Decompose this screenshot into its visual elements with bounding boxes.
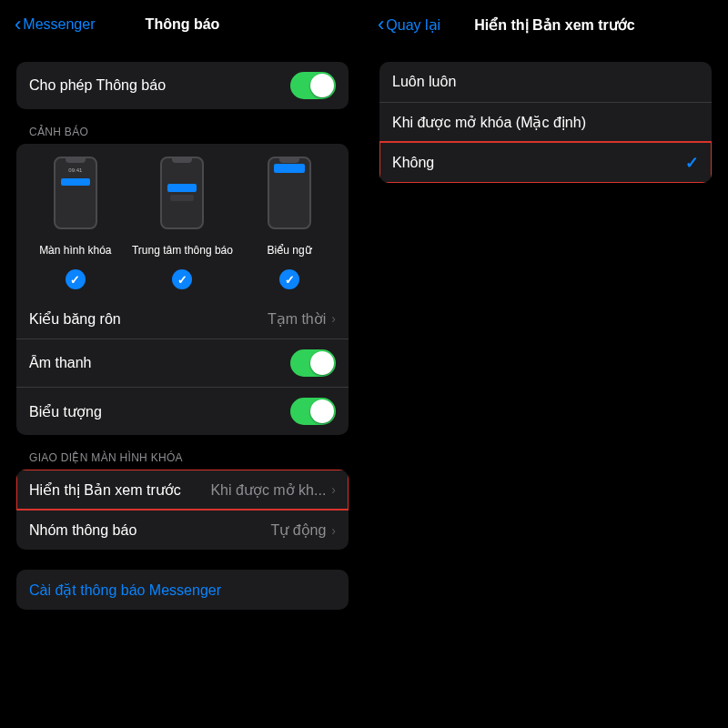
badges-row[interactable]: Biểu tượng bbox=[16, 387, 349, 435]
sounds-toggle[interactable] bbox=[290, 349, 336, 377]
navbar: ‹ Quay lại Hiển thị Bản xem trước bbox=[367, 4, 724, 44]
preview-option-when-unlocked[interactable]: Khi được mở khóa (Mặc định) bbox=[379, 102, 712, 142]
notification-grouping-row[interactable]: Nhóm thông báo Tự động › bbox=[16, 510, 349, 550]
back-label: Quay lại bbox=[386, 16, 440, 34]
back-label: Messenger bbox=[23, 16, 95, 33]
alerts-group: 09:41 Màn hình khóa ✓ Trung tâm thông bá… bbox=[16, 144, 349, 435]
messenger-settings-row[interactable]: Cài đặt thông báo Messenger bbox=[16, 570, 349, 610]
back-button[interactable]: ‹ Quay lại bbox=[378, 15, 440, 35]
notification-center-preview-icon bbox=[160, 157, 204, 229]
allow-notifications-row[interactable]: Cho phép Thông báo bbox=[16, 62, 349, 109]
alerts-header: CẢNH BÁO bbox=[16, 109, 349, 144]
messenger-settings-group: Cài đặt thông báo Messenger bbox=[16, 570, 349, 610]
chevron-left-icon: ‹ bbox=[15, 15, 21, 35]
navbar: ‹ Messenger Thông báo bbox=[4, 4, 361, 44]
alert-option-lock-screen[interactable]: 09:41 Màn hình khóa ✓ bbox=[23, 157, 128, 289]
row-label: Hiển thị Bản xem trước bbox=[29, 481, 203, 499]
preview-option-never[interactable]: Không ✓ bbox=[379, 142, 712, 183]
right-phone-screen: ‹ Quay lại Hiển thị Bản xem trước Luôn l… bbox=[367, 4, 724, 724]
lock-appearance-header: GIAO DIỆN MÀN HÌNH KHÓA bbox=[16, 435, 349, 470]
option-label: Khi được mở khóa (Mặc định) bbox=[392, 114, 699, 131]
lock-appearance-group: Hiển thị Bản xem trước Khi được mở kh...… bbox=[16, 470, 349, 550]
alert-option-label: Màn hình khóa bbox=[39, 237, 111, 264]
alert-option-label: Trung tâm thông báo bbox=[132, 237, 233, 264]
alert-option-notification-center[interactable]: Trung tâm thông báo ✓ bbox=[129, 157, 235, 289]
lock-screen-preview-icon: 09:41 bbox=[54, 157, 97, 229]
option-label: Luôn luôn bbox=[392, 74, 699, 90]
allow-label: Cho phép Thông báo bbox=[29, 77, 290, 94]
check-circle-icon: ✓ bbox=[66, 269, 86, 289]
chevron-left-icon: ‹ bbox=[378, 15, 384, 35]
chevron-right-icon: › bbox=[331, 482, 336, 497]
row-value: Tự động bbox=[270, 521, 326, 539]
alert-style-picker: 09:41 Màn hình khóa ✓ Trung tâm thông bá… bbox=[16, 144, 349, 298]
row-value: Khi được mở kh... bbox=[210, 481, 326, 499]
alert-option-banners[interactable]: Biểu ngữ ✓ bbox=[237, 157, 342, 289]
badges-toggle[interactable] bbox=[290, 398, 336, 425]
row-label: Biểu tượng bbox=[29, 403, 290, 420]
chevron-right-icon: › bbox=[331, 523, 336, 538]
chevron-right-icon: › bbox=[331, 311, 336, 326]
content-scroll[interactable]: Cho phép Thông báo CẢNH BÁO 09:41 Màn hì… bbox=[4, 44, 361, 724]
back-button[interactable]: ‹ Messenger bbox=[15, 15, 95, 35]
checkmark-icon: ✓ bbox=[685, 153, 699, 173]
check-circle-icon: ✓ bbox=[172, 269, 192, 289]
row-label: Nhóm thông báo bbox=[29, 522, 263, 539]
allow-notifications-group: Cho phép Thông báo bbox=[16, 62, 349, 109]
alert-option-label: Biểu ngữ bbox=[268, 237, 312, 264]
row-value: Tạm thời bbox=[268, 310, 326, 328]
banner-style-row[interactable]: Kiểu băng rôn Tạm thời › bbox=[16, 298, 349, 339]
row-label: Kiểu băng rôn bbox=[29, 310, 260, 328]
sounds-row[interactable]: Âm thanh bbox=[16, 339, 349, 387]
left-phone-screen: ‹ Messenger Thông báo Cho phép Thông báo… bbox=[4, 4, 361, 724]
preview-option-always[interactable]: Luôn luôn bbox=[379, 62, 712, 102]
allow-toggle[interactable] bbox=[290, 72, 336, 99]
check-circle-icon: ✓ bbox=[279, 269, 299, 289]
row-label: Âm thanh bbox=[29, 355, 290, 371]
option-label: Không bbox=[392, 155, 685, 171]
link-label: Cài đặt thông báo Messenger bbox=[29, 581, 336, 599]
banner-preview-icon bbox=[268, 157, 311, 229]
preview-options-group: Luôn luôn Khi được mở khóa (Mặc định) Kh… bbox=[379, 62, 712, 183]
show-previews-row[interactable]: Hiển thị Bản xem trước Khi được mở kh...… bbox=[16, 470, 349, 510]
content-scroll[interactable]: Luôn luôn Khi được mở khóa (Mặc định) Kh… bbox=[367, 44, 724, 724]
